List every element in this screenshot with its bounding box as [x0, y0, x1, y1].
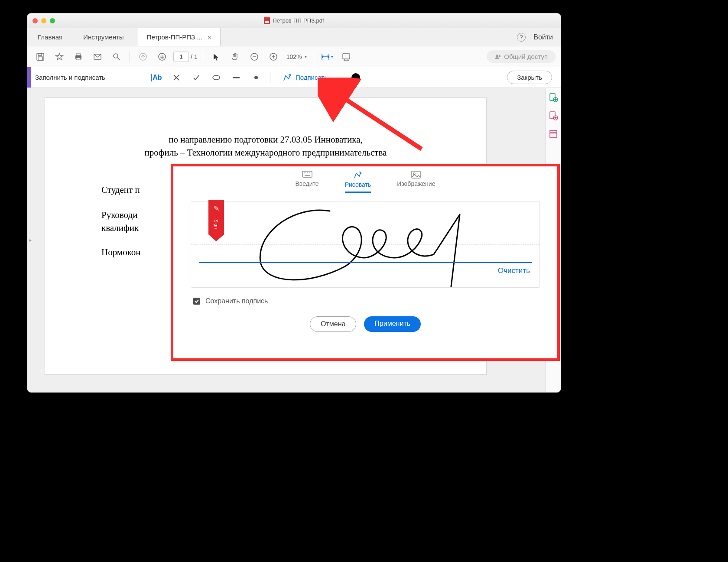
find-icon[interactable]	[109, 49, 124, 65]
fit-width-icon[interactable]: ▾	[319, 49, 335, 65]
read-mode-icon[interactable]	[338, 49, 354, 65]
svg-rect-8	[76, 58, 81, 60]
page-up-icon[interactable]	[135, 49, 151, 65]
svg-point-46	[413, 173, 415, 175]
svg-point-28	[213, 75, 220, 80]
svg-rect-7	[76, 54, 81, 55]
main-toolbar: / 1 102% ▾ ▾	[27, 46, 561, 67]
svg-marker-5	[56, 53, 63, 60]
doc-line: Руководи	[101, 210, 137, 221]
svg-point-24	[496, 55, 498, 57]
cursor-icon[interactable]	[208, 49, 224, 65]
page-total: 1	[194, 53, 198, 60]
create-pdf-icon[interactable]	[548, 110, 559, 121]
export-pdf-icon[interactable]	[548, 92, 559, 103]
dialog-tab-type[interactable]: Введите	[296, 171, 319, 193]
oval-tool-icon[interactable]	[208, 70, 224, 85]
hand-icon[interactable]	[228, 49, 243, 65]
save-signature-checkbox[interactable]	[193, 298, 200, 305]
color-picker-button[interactable]	[351, 73, 360, 82]
dialog-tabs: Введите Рисовать Изображение	[173, 166, 557, 193]
page-current-input[interactable]	[173, 52, 189, 62]
titlebar: Петров-ПП-РПЗ.pdf	[27, 13, 561, 28]
left-gutter: ▸	[27, 88, 33, 392]
page-indicator: / 1	[173, 52, 198, 62]
save-icon[interactable]	[32, 49, 48, 65]
svg-marker-14	[214, 54, 218, 61]
fill-sign-bar: Заполнить и подписать Ab	[27, 67, 561, 88]
text-tool-icon[interactable]: Ab	[149, 70, 164, 85]
share-button[interactable]: Общий доступ	[487, 50, 556, 63]
organize-icon[interactable]	[548, 129, 559, 139]
sign-button[interactable]: Подписать	[276, 73, 334, 82]
cross-tool-icon[interactable]	[169, 70, 184, 85]
login-button[interactable]: Войти	[533, 33, 553, 41]
document-tab[interactable]: Петров-ПП-РПЗ.... ×	[138, 28, 221, 46]
window-title-text: Петров-ПП-РПЗ.pdf	[273, 17, 324, 24]
zoom-dropdown[interactable]: 102% ▾	[285, 53, 309, 60]
doc-line: Нормокон	[101, 247, 141, 258]
svg-rect-4	[38, 57, 42, 60]
svg-point-30	[254, 76, 258, 79]
signature-dialog: Введите Рисовать Изображение ✎Sign	[171, 164, 560, 361]
svg-rect-20	[343, 54, 350, 59]
svg-rect-45	[412, 171, 420, 178]
save-signature-label: Сохранить подпись	[205, 297, 268, 305]
svg-rect-3	[38, 53, 42, 55]
doc-line: профиль – Технологии международного пред…	[45, 147, 486, 158]
signature-scribble	[243, 206, 486, 289]
signature-baseline	[199, 262, 532, 263]
nav-tools[interactable]: Инструменты	[73, 28, 134, 46]
doc-line: Студент п	[101, 185, 140, 195]
pdf-file-icon	[264, 17, 270, 24]
nav-home[interactable]: Главная	[27, 28, 73, 46]
star-icon[interactable]	[52, 49, 67, 65]
svg-text:✎: ✎	[214, 205, 219, 212]
doc-line: квалифик	[101, 223, 139, 234]
zoom-out-icon[interactable]	[247, 49, 262, 65]
svg-rect-1	[265, 21, 269, 23]
svg-rect-39	[302, 171, 312, 177]
fill-sign-title: Заполнить и подписать	[35, 74, 105, 81]
panel-expand-icon[interactable]: ▸	[29, 237, 32, 243]
dialog-tab-image[interactable]: Изображение	[397, 171, 435, 193]
clear-signature-link[interactable]: Очистить	[498, 266, 530, 275]
tab-close-icon[interactable]: ×	[208, 33, 211, 41]
document-tab-label: Петров-ПП-РПЗ....	[147, 33, 202, 41]
tab-bar: Главная Инструменты Петров-ПП-РПЗ.... × …	[27, 28, 561, 46]
sign-ribbon: ✎Sign	[208, 200, 224, 244]
print-icon[interactable]	[71, 49, 86, 65]
caret-down-icon: ▾	[331, 55, 333, 59]
svg-point-10	[114, 54, 118, 58]
svg-rect-35	[550, 130, 557, 132]
window-title: Петров-ПП-РПЗ.pdf	[27, 17, 561, 24]
mail-icon[interactable]	[90, 49, 105, 65]
dot-tool-icon[interactable]	[248, 70, 264, 85]
signature-draw-area[interactable]: ✎Sign Очистить	[191, 201, 540, 288]
caret-down-icon: ▾	[305, 54, 307, 59]
line-tool-icon[interactable]	[228, 70, 244, 85]
svg-text:Sign: Sign	[214, 219, 219, 229]
svg-rect-36	[550, 133, 557, 137]
svg-line-11	[117, 58, 120, 60]
close-tool-button[interactable]: Закрыть	[507, 71, 552, 84]
check-tool-icon[interactable]	[188, 70, 204, 85]
page-down-icon[interactable]	[154, 49, 170, 65]
tool-indicator-strip	[27, 67, 31, 88]
image-icon	[411, 171, 421, 179]
pen-icon	[353, 171, 363, 179]
apply-button[interactable]: Применить	[364, 316, 421, 332]
dialog-tab-draw[interactable]: Рисовать	[345, 171, 371, 193]
cancel-button[interactable]: Отмена	[310, 316, 356, 332]
keyboard-icon	[302, 171, 312, 179]
svg-rect-0	[264, 17, 270, 24]
doc-line: по направлению подготовки 27.03.05 Иннов…	[45, 134, 486, 145]
zoom-in-icon[interactable]	[266, 49, 281, 65]
help-icon[interactable]: ?	[517, 33, 526, 42]
